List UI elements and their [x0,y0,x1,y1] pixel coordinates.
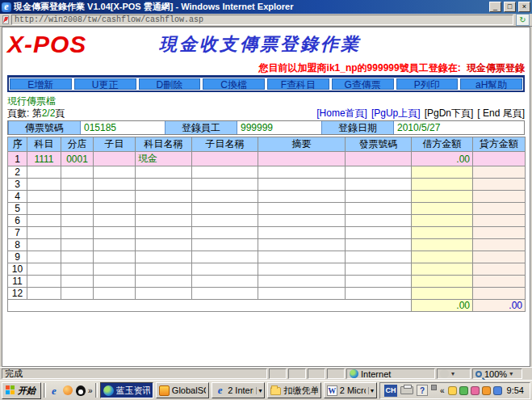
row-cell[interactable] [412,227,473,239]
row-cell[interactable] [473,191,526,203]
update-icon[interactable] [482,386,491,395]
row-cell[interactable] [61,166,94,179]
row-cell[interactable] [473,263,526,276]
toolbar-button-4[interactable]: C換檔 [203,78,265,90]
zoom-control[interactable]: 100% ▾ [472,368,522,379]
row-cell[interactable] [473,288,526,300]
voucher-field-value-2[interactable]: 999999 [237,121,321,134]
row-cell[interactable] [94,239,136,251]
tray-mini-icon[interactable] [431,385,437,390]
msn-icon[interactable] [63,385,73,395]
row-cell[interactable] [258,276,346,288]
row-cell[interactable] [192,152,258,166]
row-cell[interactable] [61,203,94,215]
messenger-icon[interactable] [459,386,468,395]
row-cell[interactable] [61,251,94,263]
row-cell[interactable] [136,227,192,239]
voucher-field-value-1[interactable]: 015185 [81,121,165,134]
row-cell[interactable] [136,263,192,276]
quick-launch-overflow-icon[interactable]: » [88,386,93,395]
row-cell[interactable] [136,276,192,288]
toolbar-button-8[interactable]: aH幫助 [460,78,522,90]
voucher-field-value-3[interactable]: 2010/5/27 [394,121,524,134]
row-cell[interactable] [258,288,346,300]
row-cell[interactable] [473,239,526,251]
row-cell[interactable] [258,251,346,263]
language-indicator[interactable]: CH [384,385,397,397]
row-cell[interactable] [192,251,258,263]
row-cell[interactable] [94,276,136,288]
row-cell[interactable] [136,179,192,191]
row-cell[interactable] [258,263,346,276]
row-cell[interactable] [473,203,526,215]
row-cell[interactable] [346,203,412,215]
protected-mode-segment[interactable]: ▾ [437,368,471,379]
row-cell[interactable] [27,239,61,251]
row-cell[interactable] [61,288,94,300]
row-cell[interactable] [27,263,61,276]
row-cell[interactable] [94,263,136,276]
row-cell[interactable] [27,203,61,215]
row-cell[interactable] [192,166,258,179]
row-cell[interactable] [192,263,258,276]
row-cell[interactable] [61,263,94,276]
row-cell[interactable] [61,239,94,251]
row-cell[interactable] [412,191,473,203]
taskbar-task-5[interactable]: W2 Microso...▾ [324,382,377,398]
row-cell[interactable] [27,191,61,203]
row-cell[interactable] [27,166,61,179]
row-cell[interactable] [412,239,473,251]
maximize-button[interactable]: □ [504,2,516,12]
task-group-dropdown-icon[interactable]: ▾ [368,387,374,394]
row-cell[interactable] [346,239,412,251]
resize-grip[interactable] [522,368,532,380]
row-cell[interactable] [136,239,192,251]
row-cell[interactable] [258,239,346,251]
row-cell[interactable] [346,227,412,239]
notes-icon[interactable] [448,386,457,395]
row-cell[interactable] [61,227,94,239]
row-cell[interactable] [346,152,412,166]
start-button[interactable]: 开始 [2,382,41,399]
row-cell[interactable] [136,203,192,215]
toolbar-button-7[interactable]: P列印 [396,78,459,90]
row-cell[interactable] [192,239,258,251]
row-cell[interactable] [192,203,258,215]
row-cell[interactable] [412,276,473,288]
toolbar-button-3[interactable]: D刪除 [139,78,201,90]
row-cell[interactable] [94,215,136,227]
taskbar-task-2[interactable]: GlobalSCAP... [156,382,209,398]
row-cell[interactable] [412,203,473,215]
row-cell[interactable] [473,227,526,239]
row-cell[interactable] [27,276,61,288]
row-cell[interactable] [258,215,346,227]
taskbar-task-1[interactable]: 蓝玉资讯研... [100,382,153,398]
row-cell[interactable] [346,263,412,276]
row-cell[interactable] [258,227,346,239]
qq-icon[interactable] [76,385,86,396]
row-cell[interactable]: .00 [412,152,473,166]
row-cell[interactable] [473,152,526,166]
row-cell[interactable] [136,288,192,300]
row-cell[interactable] [27,179,61,191]
row-cell[interactable]: 1111 [27,152,61,166]
row-cell[interactable] [258,152,346,166]
row-cell[interactable] [473,251,526,263]
toolbar-button-6[interactable]: G查傳票 [332,78,394,90]
row-cell[interactable] [346,191,412,203]
row-cell[interactable] [346,179,412,191]
row-cell[interactable] [27,227,61,239]
row-cell[interactable] [412,288,473,300]
minimize-button[interactable]: _ [489,2,501,12]
im-icon[interactable] [471,386,480,395]
taskbar-task-4[interactable]: 扣缴凭单作业 [267,382,320,398]
row-cell[interactable]: 現金 [136,152,192,166]
row-cell[interactable] [473,166,526,179]
row-cell[interactable] [473,215,526,227]
row-cell[interactable] [94,152,136,166]
row-cell[interactable] [258,191,346,203]
row-cell[interactable] [94,179,136,191]
row-cell[interactable] [94,166,136,179]
row-cell[interactable] [94,288,136,300]
row-cell[interactable] [346,276,412,288]
